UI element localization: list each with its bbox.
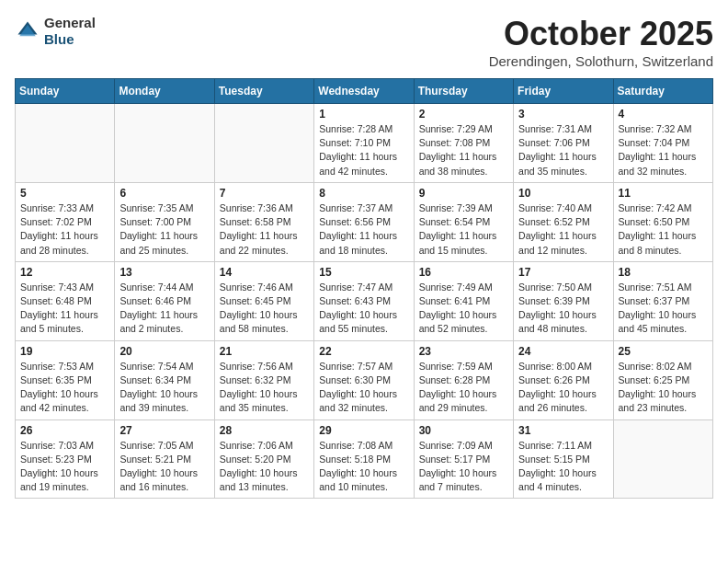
calendar-cell <box>613 419 712 499</box>
day-number: 9 <box>419 187 508 200</box>
day-info: Sunrise: 7:36 AM Sunset: 6:58 PM Dayligh… <box>220 201 309 258</box>
day-number: 13 <box>119 266 209 279</box>
day-info: Sunrise: 7:53 AM Sunset: 6:35 PM Dayligh… <box>20 360 109 416</box>
location: Derendingen, Solothurn, Switzerland <box>489 53 713 69</box>
week-row-2: 5Sunrise: 7:33 AM Sunset: 7:02 PM Daylig… <box>16 182 713 261</box>
day-info: Sunrise: 7:28 AM Sunset: 7:10 PM Dayligh… <box>319 122 408 178</box>
day-number: 24 <box>518 345 608 358</box>
day-number: 2 <box>419 108 508 121</box>
day-number: 7 <box>220 187 309 200</box>
day-info: Sunrise: 7:32 AM Sunset: 7:04 PM Dayligh… <box>619 122 708 178</box>
day-number: 5 <box>20 187 109 200</box>
day-info: Sunrise: 7:33 AM Sunset: 7:02 PM Dayligh… <box>20 201 109 258</box>
day-info: Sunrise: 7:57 AM Sunset: 6:30 PM Dayligh… <box>319 360 408 416</box>
weekday-header-monday: Monday <box>115 79 214 104</box>
logo: General Blue <box>15 15 96 48</box>
day-number: 10 <box>518 187 608 200</box>
calendar-cell: 2Sunrise: 7:29 AM Sunset: 7:08 PM Daylig… <box>414 104 513 183</box>
weekday-header-friday: Friday <box>514 79 613 104</box>
calendar-cell: 24Sunrise: 8:00 AM Sunset: 6:26 PM Dayli… <box>514 340 613 419</box>
logo-text-general: General <box>44 15 96 30</box>
day-number: 3 <box>518 108 608 121</box>
day-info: Sunrise: 8:00 AM Sunset: 6:26 PM Dayligh… <box>518 360 608 416</box>
day-info: Sunrise: 7:46 AM Sunset: 6:45 PM Dayligh… <box>220 281 309 337</box>
calendar-cell: 14Sunrise: 7:46 AM Sunset: 6:45 PM Dayli… <box>214 261 313 340</box>
weekday-header-row: SundayMondayTuesdayWednesdayThursdayFrid… <box>16 79 713 104</box>
day-info: Sunrise: 7:51 AM Sunset: 6:37 PM Dayligh… <box>619 281 708 337</box>
day-info: Sunrise: 7:59 AM Sunset: 6:28 PM Dayligh… <box>419 360 508 416</box>
calendar-cell: 29Sunrise: 7:08 AM Sunset: 5:18 PM Dayli… <box>314 419 414 499</box>
day-info: Sunrise: 7:54 AM Sunset: 6:34 PM Dayligh… <box>119 360 209 416</box>
day-number: 16 <box>419 266 508 279</box>
day-info: Sunrise: 8:02 AM Sunset: 6:25 PM Dayligh… <box>619 360 708 416</box>
calendar-cell: 30Sunrise: 7:09 AM Sunset: 5:17 PM Dayli… <box>414 419 513 499</box>
calendar-cell: 17Sunrise: 7:50 AM Sunset: 6:39 PM Dayli… <box>514 261 613 340</box>
day-info: Sunrise: 7:44 AM Sunset: 6:46 PM Dayligh… <box>119 281 209 337</box>
day-info: Sunrise: 7:47 AM Sunset: 6:43 PM Dayligh… <box>319 281 408 337</box>
weekday-header-thursday: Thursday <box>414 79 513 104</box>
day-info: Sunrise: 7:06 AM Sunset: 5:20 PM Dayligh… <box>220 439 309 495</box>
calendar-cell: 7Sunrise: 7:36 AM Sunset: 6:58 PM Daylig… <box>214 182 313 261</box>
calendar-cell: 22Sunrise: 7:57 AM Sunset: 6:30 PM Dayli… <box>314 340 414 419</box>
calendar-cell <box>214 104 313 183</box>
day-info: Sunrise: 7:05 AM Sunset: 5:21 PM Dayligh… <box>119 439 209 495</box>
day-number: 22 <box>319 345 408 358</box>
day-number: 31 <box>518 424 608 437</box>
day-number: 30 <box>419 424 508 437</box>
logo-text-blue: Blue <box>44 31 74 47</box>
week-row-5: 26Sunrise: 7:03 AM Sunset: 5:23 PM Dayli… <box>16 419 713 499</box>
day-info: Sunrise: 7:29 AM Sunset: 7:08 PM Dayligh… <box>419 122 508 178</box>
calendar-cell <box>16 104 115 183</box>
calendar-cell: 19Sunrise: 7:53 AM Sunset: 6:35 PM Dayli… <box>16 340 115 419</box>
calendar-cell: 28Sunrise: 7:06 AM Sunset: 5:20 PM Dayli… <box>214 419 313 499</box>
month-title: October 2025 <box>489 15 713 53</box>
calendar-cell: 4Sunrise: 7:32 AM Sunset: 7:04 PM Daylig… <box>613 104 712 183</box>
day-info: Sunrise: 7:09 AM Sunset: 5:17 PM Dayligh… <box>419 439 508 495</box>
day-info: Sunrise: 7:37 AM Sunset: 6:56 PM Dayligh… <box>319 201 408 258</box>
logo-icon <box>15 18 40 44</box>
day-number: 6 <box>119 187 209 200</box>
day-number: 18 <box>619 266 708 279</box>
calendar-cell: 16Sunrise: 7:49 AM Sunset: 6:41 PM Dayli… <box>414 261 513 340</box>
weekday-header-saturday: Saturday <box>613 79 712 104</box>
day-info: Sunrise: 7:08 AM Sunset: 5:18 PM Dayligh… <box>319 439 408 495</box>
day-info: Sunrise: 7:49 AM Sunset: 6:41 PM Dayligh… <box>419 281 508 337</box>
calendar-cell: 27Sunrise: 7:05 AM Sunset: 5:21 PM Dayli… <box>115 419 214 499</box>
day-number: 17 <box>518 266 608 279</box>
day-number: 11 <box>619 187 708 200</box>
calendar-table: SundayMondayTuesdayWednesdayThursdayFrid… <box>15 78 713 499</box>
day-number: 23 <box>419 345 508 358</box>
day-number: 26 <box>20 424 109 437</box>
day-info: Sunrise: 7:11 AM Sunset: 5:15 PM Dayligh… <box>518 439 608 495</box>
title-block: October 2025 Derendingen, Solothurn, Swi… <box>489 15 713 69</box>
day-number: 25 <box>619 345 708 358</box>
day-number: 12 <box>20 266 109 279</box>
day-info: Sunrise: 7:40 AM Sunset: 6:52 PM Dayligh… <box>518 201 608 258</box>
day-number: 19 <box>20 345 109 358</box>
day-number: 14 <box>220 266 309 279</box>
day-number: 27 <box>119 424 209 437</box>
calendar-cell: 21Sunrise: 7:56 AM Sunset: 6:32 PM Dayli… <box>214 340 313 419</box>
calendar-cell: 25Sunrise: 8:02 AM Sunset: 6:25 PM Dayli… <box>613 340 712 419</box>
day-number: 21 <box>220 345 309 358</box>
calendar-cell: 3Sunrise: 7:31 AM Sunset: 7:06 PM Daylig… <box>514 104 613 183</box>
day-number: 20 <box>119 345 209 358</box>
day-number: 4 <box>619 108 708 121</box>
week-row-1: 1Sunrise: 7:28 AM Sunset: 7:10 PM Daylig… <box>16 104 713 183</box>
calendar-cell <box>115 104 214 183</box>
day-info: Sunrise: 7:31 AM Sunset: 7:06 PM Dayligh… <box>518 122 608 178</box>
week-row-4: 19Sunrise: 7:53 AM Sunset: 6:35 PM Dayli… <box>16 340 713 419</box>
day-info: Sunrise: 7:03 AM Sunset: 5:23 PM Dayligh… <box>20 439 109 495</box>
day-info: Sunrise: 7:42 AM Sunset: 6:50 PM Dayligh… <box>619 201 708 258</box>
calendar-cell: 11Sunrise: 7:42 AM Sunset: 6:50 PM Dayli… <box>613 182 712 261</box>
calendar-cell: 18Sunrise: 7:51 AM Sunset: 6:37 PM Dayli… <box>613 261 712 340</box>
day-info: Sunrise: 7:35 AM Sunset: 7:00 PM Dayligh… <box>119 201 209 258</box>
page-header: General Blue October 2025 Derendingen, S… <box>15 15 713 69</box>
day-number: 29 <box>319 424 408 437</box>
calendar-cell: 9Sunrise: 7:39 AM Sunset: 6:54 PM Daylig… <box>414 182 513 261</box>
calendar-cell: 12Sunrise: 7:43 AM Sunset: 6:48 PM Dayli… <box>16 261 115 340</box>
day-info: Sunrise: 7:39 AM Sunset: 6:54 PM Dayligh… <box>419 201 508 258</box>
calendar-cell: 10Sunrise: 7:40 AM Sunset: 6:52 PM Dayli… <box>514 182 613 261</box>
day-info: Sunrise: 7:43 AM Sunset: 6:48 PM Dayligh… <box>20 281 109 337</box>
weekday-header-tuesday: Tuesday <box>214 79 313 104</box>
